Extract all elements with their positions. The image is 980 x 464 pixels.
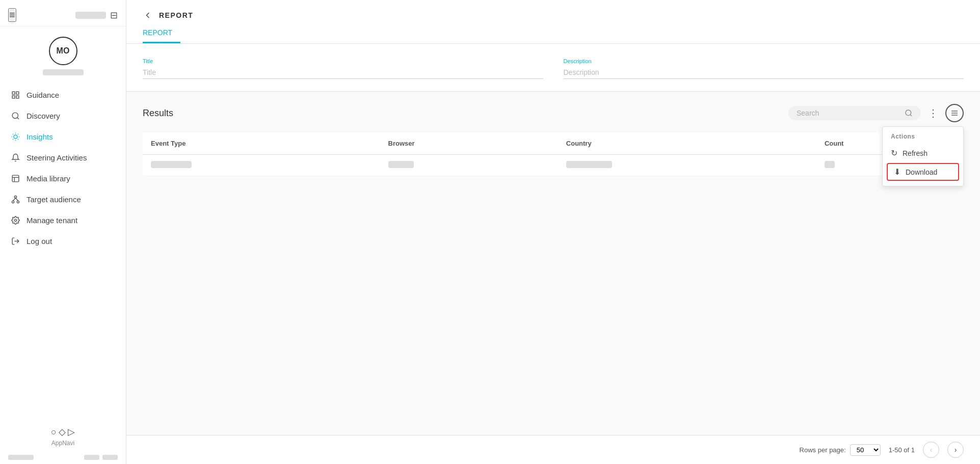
footer-blurred-right2 [102,455,118,460]
svg-line-10 [18,139,18,140]
arrow-right-icon: ▷ [68,426,75,438]
svg-point-18 [14,196,16,198]
table-body [143,155,964,176]
sidebar-item-label-steering: Steering Activities [27,153,87,162]
pagination-info: 1-50 of 1 [889,446,915,454]
appnavi-label: AppNavi [51,440,74,447]
footer-blurred-right1 [84,455,99,460]
description-input[interactable] [564,66,964,79]
results-controls: ⋮ Actions ↻ Refresh ⬇ Download [788,104,964,122]
nodes-icon [10,195,20,204]
browser-blurred [388,161,414,168]
gear-icon [10,216,20,225]
download-icon: ⬇ [894,167,900,177]
prev-page-button[interactable]: ‹ [923,442,939,458]
sidebar-item-manage-tenant[interactable]: Manage tenant [0,210,126,231]
title-input[interactable] [143,66,543,79]
svg-rect-3 [16,96,18,98]
back-button[interactable] [143,10,153,20]
sidebar-item-steering-activities[interactable]: Steering Activities [0,147,126,168]
form-area: Title Description [126,44,980,92]
refresh-menu-item[interactable]: ↻ Refresh [883,144,963,162]
event-type-blurred [151,161,192,168]
svg-rect-0 [12,92,15,94]
sidebar-footer [0,451,126,464]
sidebar-item-label-media: Media library [27,174,70,183]
page-header: REPORT REPORT [126,0,980,44]
svg-line-26 [910,115,912,116]
sidebar-top: ≡ ⊟ [0,0,126,26]
results-header: Results ⋮ Actions ↻ Refresh [143,104,964,122]
table-row [143,155,964,176]
inbox-icon[interactable]: ⊟ [110,10,118,21]
svg-line-22 [15,198,18,201]
title-label: Title [143,58,543,64]
count-blurred [825,161,835,168]
country-blurred [566,161,612,168]
avatar-section: MO [0,26,126,80]
logout-icon [10,237,20,245]
svg-line-9 [12,134,13,134]
back-row: REPORT [143,10,964,20]
rows-per-page-select[interactable]: 50 25 100 [850,444,881,456]
svg-point-4 [12,113,18,118]
rows-per-page-label: Rows per page: [800,446,846,454]
results-section: Results ⋮ Actions ↻ Refresh [126,92,980,435]
svg-point-23 [14,219,16,221]
col-event-type: Event Type [143,132,380,155]
book-icon [10,174,20,183]
tab-report[interactable]: REPORT [143,24,180,43]
sidebar-item-media-library[interactable]: Media library [0,168,126,189]
svg-line-5 [17,118,18,119]
sidebar-item-discovery[interactable]: Discovery [0,105,126,126]
cell-browser [380,155,558,176]
table-footer: Rows per page: 50 25 100 1-50 of 1 ‹ › [126,435,980,464]
sidebar-item-insights[interactable]: Insights [0,126,126,147]
sidebar-item-label-insights: Insights [27,132,53,141]
nav-section: Guidance Discovery Insights Steering Act… [0,80,126,420]
sidebar-item-logout[interactable]: Log out [0,231,126,252]
svg-point-25 [906,110,911,116]
hamburger-menu-button[interactable]: ≡ [8,8,16,22]
table-header-row: Event Type Browser Country Count [143,132,964,155]
more-options-button[interactable]: ⋮ [925,105,941,121]
sidebar-item-target-audience[interactable]: Target audience [0,189,126,210]
next-page-button[interactable]: › [947,442,964,458]
sidebar-item-label-tenant: Manage tenant [27,216,77,225]
table-container: Event Type Browser Country Count [143,132,964,176]
circle-icon: ○ [51,427,57,438]
download-label: Download [906,168,937,176]
results-title: Results [143,108,173,119]
page-title: REPORT [159,11,193,19]
avatar: MO [49,37,77,65]
svg-rect-1 [16,92,18,94]
sidebar: ≡ ⊟ MO Guidance Discovery [0,0,126,464]
sidebar-item-label-target: Target audience [27,195,81,204]
tab-bar: REPORT [143,24,964,43]
cell-country [558,155,816,176]
download-menu-item[interactable]: ⬇ Download [887,163,959,181]
sidebar-item-label-discovery: Discovery [27,112,60,120]
search-button[interactable] [905,109,913,117]
results-table: Event Type Browser Country Count [143,132,964,176]
actions-dropdown: Actions ↻ Refresh ⬇ Download [882,126,964,186]
svg-line-14 [18,134,18,134]
dropdown-title: Actions [883,131,963,144]
refresh-icon: ↻ [891,148,897,158]
col-browser: Browser [380,132,558,155]
bell-icon [10,153,20,162]
circle-menu-button[interactable] [945,104,964,122]
appnavi-icons: ○ ◇ ▷ [51,426,75,438]
col-country: Country [558,132,816,155]
search-icon [10,112,20,120]
title-field: Title [143,58,543,79]
cell-event-type [143,155,380,176]
main-content: REPORT REPORT Title Description Results [126,0,980,464]
table-header: Event Type Browser Country Count [143,132,964,155]
svg-point-19 [12,201,14,203]
search-input[interactable] [797,109,900,117]
sidebar-item-guidance[interactable]: Guidance [0,85,126,105]
search-box [788,106,921,120]
lightbulb-icon [10,132,20,141]
grid-icon [10,91,20,99]
